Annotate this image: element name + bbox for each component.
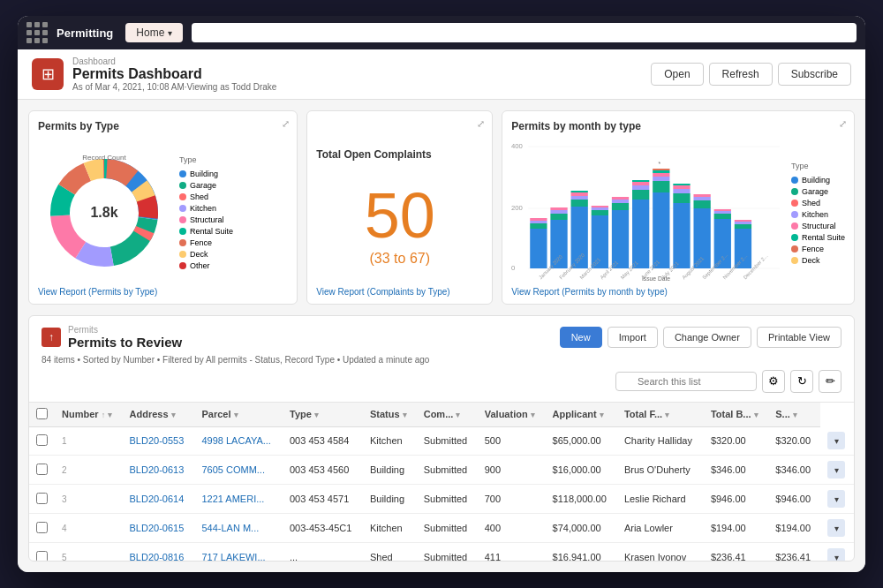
svg-rect-50 xyxy=(674,193,691,203)
printable-view-button[interactable]: Printable View xyxy=(757,327,841,348)
col-total-b[interactable]: Total B... ▾ xyxy=(704,403,768,427)
svg-rect-22 xyxy=(551,210,568,214)
change-owner-button[interactable]: Change Owner xyxy=(663,327,751,348)
global-search[interactable] xyxy=(192,23,857,42)
bar-jul[interactable]: * xyxy=(653,161,669,268)
svg-rect-39 xyxy=(632,185,649,190)
donut-report-link[interactable]: View Report (Permits by Type) xyxy=(38,287,157,297)
app-grid-icon[interactable] xyxy=(26,22,48,43)
col-number[interactable]: Number ↑ ▾ xyxy=(55,403,123,427)
bar-legend-deck: Deck xyxy=(791,256,845,265)
row-checkbox[interactable] xyxy=(36,434,48,446)
table-head: Number ↑ ▾ Address ▾ Parcel ▾ Type ▾ Sta… xyxy=(29,403,854,427)
import-button[interactable]: Import xyxy=(608,327,658,348)
col-s[interactable]: S... ▾ xyxy=(768,403,820,427)
row-number-link[interactable]: BLD20-0816 xyxy=(123,543,195,562)
row-number-link[interactable]: BLD20-0615 xyxy=(123,514,195,543)
row-dropdown-button[interactable]: ▾ xyxy=(827,461,845,479)
row-total-b: $346.00 xyxy=(768,456,820,485)
row-address[interactable]: 717 LAKEWI... xyxy=(194,543,283,562)
table-row: 4 BLD20-0615 544-LAN M... 003-453-45C1 K… xyxy=(29,514,854,543)
bar-may[interactable] xyxy=(612,197,629,268)
svg-rect-47 xyxy=(653,169,669,170)
row-com: 411 xyxy=(478,543,546,562)
row-number-link[interactable]: BLD20-0613 xyxy=(123,456,195,485)
permits-breadcrumb: Permits xyxy=(68,325,182,335)
bar-jun[interactable] xyxy=(632,180,649,268)
chevron-down-icon: ▾ xyxy=(168,28,172,38)
edit-columns-button[interactable]: ✏ xyxy=(819,370,841,393)
bar-chart-legend: Type Building Garage Shed Kitchen Struct… xyxy=(791,138,845,288)
row-checkbox-cell xyxy=(29,485,55,514)
row-checkbox[interactable] xyxy=(36,522,48,533)
complaints-expand-icon[interactable]: ⤢ xyxy=(477,118,485,130)
app-title: Permitting xyxy=(57,26,113,40)
complaints-report-link[interactable]: View Report (Complaints by Type) xyxy=(316,287,449,297)
row-total-f: $194.00 xyxy=(704,514,768,543)
svg-rect-60 xyxy=(714,211,731,214)
col-com[interactable]: Com... ▾ xyxy=(417,403,478,427)
bar-expand-icon[interactable]: ⤢ xyxy=(839,118,847,130)
refresh-table-button[interactable]: ↻ xyxy=(790,370,813,393)
row-checkbox-cell xyxy=(29,456,55,485)
row-checkbox[interactable] xyxy=(36,493,48,504)
bar-legend-rental-suite: Rental Suite xyxy=(791,233,845,242)
donut-chart-card: Permits by Type ⤢ Record Count xyxy=(28,110,298,305)
svg-rect-16 xyxy=(530,229,547,268)
row-total-b: $320.00 xyxy=(768,426,820,456)
bar-legend-garage: Garage xyxy=(791,187,845,196)
subscribe-button[interactable]: Subscribe xyxy=(778,63,851,86)
row-address[interactable]: 7605 COMM... xyxy=(194,456,283,485)
svg-rect-34 xyxy=(612,203,629,210)
table-search-input[interactable] xyxy=(615,372,757,391)
row-address[interactable]: 1221 AMERI... xyxy=(194,485,283,514)
svg-rect-45 xyxy=(653,173,669,177)
col-parcel[interactable]: Parcel ▾ xyxy=(194,403,283,427)
nav-home-button[interactable]: Home ▾ xyxy=(125,23,183,42)
bar-legend-building: Building xyxy=(791,176,845,185)
row-parcel: 003-453-45C1 xyxy=(283,514,363,543)
col-total-f[interactable]: Total F... ▾ xyxy=(617,403,704,427)
row-dropdown-button[interactable]: ▾ xyxy=(827,519,845,537)
row-num: 4 xyxy=(62,524,67,533)
open-button[interactable]: Open xyxy=(651,63,703,86)
settings-icon-button[interactable]: ⚙ xyxy=(762,370,785,393)
bar-legend-structural: Structural xyxy=(791,222,845,230)
col-applicant[interactable]: Applicant ▾ xyxy=(546,403,617,427)
col-valuation[interactable]: Valuation ▾ xyxy=(478,403,546,427)
row-parcel: 003 453 4584 xyxy=(283,426,363,456)
row-dropdown-button[interactable]: ▾ xyxy=(827,548,845,562)
row-address[interactable]: 4998 LACAYA... xyxy=(194,426,283,456)
row-number-link[interactable]: BLD20-0614 xyxy=(123,485,195,514)
search-wrapper xyxy=(615,372,757,391)
select-all-checkbox[interactable] xyxy=(36,408,48,419)
bar-jan[interactable] xyxy=(530,218,547,268)
bar-report-link[interactable]: View Report (Permits by month by type) xyxy=(511,287,668,297)
svg-rect-19 xyxy=(530,218,547,221)
row-checkbox-cell xyxy=(29,426,55,456)
row-checkbox[interactable] xyxy=(36,551,48,562)
col-type[interactable]: Type ▾ xyxy=(283,403,363,427)
row-total-b: $194.00 xyxy=(768,514,820,543)
new-permit-button[interactable]: New xyxy=(560,327,602,348)
bar-aug[interactable] xyxy=(674,184,691,268)
col-status[interactable]: Status ▾ xyxy=(363,403,417,427)
donut-expand-icon[interactable]: ⤢ xyxy=(282,118,290,130)
row-parcel: ... xyxy=(283,543,363,562)
permits-heading: Permits Permits to Review xyxy=(68,325,182,350)
row-number-link[interactable]: BLD20-0553 xyxy=(123,426,195,456)
row-dropdown-button[interactable]: ▾ xyxy=(827,490,845,508)
table-header-row: Number ↑ ▾ Address ▾ Parcel ▾ Type ▾ Sta… xyxy=(29,403,854,427)
row-valuation: $65,000.00 xyxy=(546,426,617,456)
row-dropdown-button[interactable]: ▾ xyxy=(827,432,845,449)
donut-wrapper: Record Count xyxy=(38,147,170,279)
legend-other: Other xyxy=(179,261,233,270)
col-address[interactable]: Address ▾ xyxy=(123,403,195,427)
permits-icon: ↑ xyxy=(42,328,61,347)
row-checkbox-cell xyxy=(29,514,55,543)
row-checkbox[interactable] xyxy=(36,464,48,475)
table-header-top: ↑ Permits Permits to Review New Import C… xyxy=(42,325,841,350)
row-address[interactable]: 544-LAN M... xyxy=(194,514,283,543)
donut-center-value: 1.8k xyxy=(90,205,117,221)
refresh-button[interactable]: Refresh xyxy=(709,63,773,86)
